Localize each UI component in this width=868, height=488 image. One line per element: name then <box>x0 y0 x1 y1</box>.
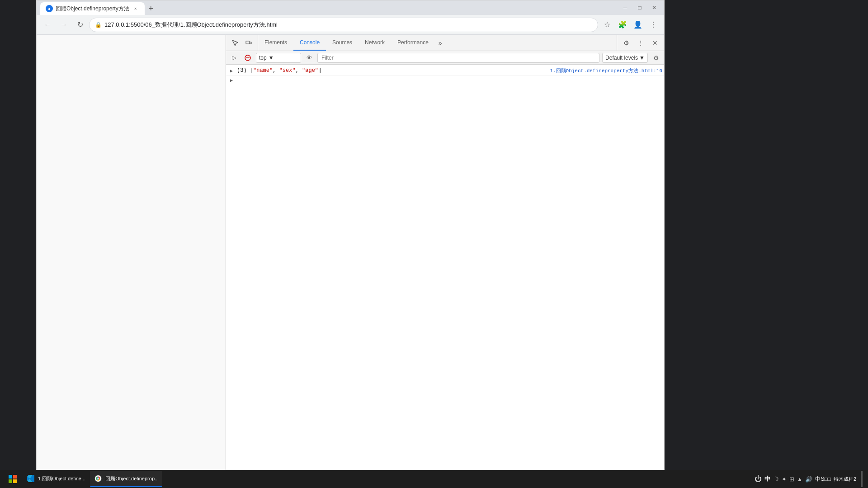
expand-arrow[interactable]: ▶ <box>228 67 235 74</box>
vscode-icon <box>26 474 35 483</box>
tab-title: 回顾Object.defineproperty方法 <box>56 5 129 13</box>
navigation-bar: ← → ↻ 🔒 127.0.0.1:5500/06_数据代理/1.回顾Objec… <box>37 15 664 35</box>
devtools-more-button[interactable]: ⋮ <box>634 37 647 49</box>
forward-button[interactable]: → <box>57 18 71 32</box>
address-bar[interactable]: 🔒 127.0.0.1:5500/06_数据代理/1.回顾Object.defi… <box>89 18 598 32</box>
console-toolbar: ▷ top ▼ 👁 Default levels ▼ <box>226 51 664 65</box>
tab-close-button[interactable]: × <box>132 5 139 12</box>
more-tabs-button[interactable]: » <box>435 35 446 51</box>
array-item-2: "sex" <box>279 67 296 74</box>
tray-icons-group: ⏻ 中 ☽ ✦ ⊞ ▲ 🔊 <box>755 475 813 483</box>
tab-network[interactable]: Network <box>359 35 391 51</box>
array-item-1: "name" <box>253 67 273 74</box>
tab-bar: ● 回顾Object.defineproperty方法 × + <box>40 0 157 15</box>
lang-label: 中S□□ <box>815 476 831 482</box>
svg-rect-6 <box>9 479 12 483</box>
lock-icon: 🔒 <box>95 22 102 28</box>
svg-rect-7 <box>13 479 17 483</box>
window-controls: ─ □ ✕ <box>619 1 660 14</box>
context-selector[interactable]: top ▼ <box>256 53 301 63</box>
url-text: 127.0.0.1:5500/06_数据代理/1.回顾Object.define… <box>104 21 592 29</box>
chrome-label: 回顾Object.defineprop... <box>105 475 159 482</box>
profile-button[interactable]: 👤 <box>631 18 645 32</box>
svg-rect-0 <box>246 41 250 44</box>
taskbar-item-vscode[interactable]: 1.回顾Object.define... <box>23 471 89 487</box>
volume-tray-icon[interactable]: 🔊 <box>805 476 812 483</box>
title-bar: ● 回顾Object.defineproperty方法 × + ─ □ ✕ <box>37 0 664 15</box>
content-area: Elements Console Sources Network Perform… <box>37 35 664 488</box>
source-link[interactable]: 1.回顾Object.defineproperty方法.html:19 <box>550 67 662 74</box>
chinese-input-icon[interactable]: 中 <box>764 475 770 483</box>
show-desktop-button[interactable] <box>861 471 863 487</box>
ime-label: 特木成桂2 <box>834 476 856 483</box>
browser-window: ● 回顾Object.defineproperty方法 × + ─ □ ✕ ← … <box>36 0 665 488</box>
live-expressions-button[interactable]: 👁 <box>304 52 315 63</box>
console-execute-button[interactable]: ▷ <box>229 52 240 63</box>
device-toggle-button[interactable] <box>242 37 255 49</box>
context-arrow-icon: ▼ <box>269 55 274 61</box>
up-arrow-tray-icon[interactable]: ▲ <box>797 476 803 483</box>
comma-2: , <box>296 67 302 74</box>
bookmark-button[interactable]: ☆ <box>600 18 614 32</box>
power-tray-icon[interactable]: ⏻ <box>755 475 762 483</box>
reload-button[interactable]: ↻ <box>73 18 87 32</box>
console-settings-button[interactable]: ⚙ <box>651 52 661 63</box>
moon-tray-icon[interactable]: ☽ <box>773 475 779 483</box>
maximize-button[interactable]: □ <box>633 1 646 14</box>
taskbar: 1.回顾Object.define... 回顾Object.defineprop… <box>0 470 868 488</box>
console-filter-input[interactable] <box>317 53 599 63</box>
tab-elements[interactable]: Elements <box>258 35 293 51</box>
array-item-3: "age" <box>302 67 318 74</box>
close-bracket: ] <box>318 67 321 74</box>
svg-rect-5 <box>13 475 17 479</box>
extensions-button[interactable]: 🧩 <box>615 18 630 32</box>
log-level-selector[interactable]: Default levels ▼ <box>602 53 648 63</box>
console-output: ▶ (3) [ "name" , "sex" , "age" ] 1.回顾Obj… <box>226 65 664 488</box>
tab-sources[interactable]: Sources <box>326 35 359 51</box>
array-count: (3) <box>237 67 250 74</box>
tab-performance[interactable]: Performance <box>391 35 435 51</box>
taskbar-item-chrome[interactable]: 回顾Object.defineprop... <box>90 471 162 487</box>
devtools-panel: Elements Console Sources Network Perform… <box>226 35 664 488</box>
input-arrow: ▶ <box>228 77 235 83</box>
devtools-right-icons: ⚙ ⋮ ✕ <box>617 35 664 51</box>
menu-button[interactable]: ⋮ <box>646 18 660 32</box>
level-arrow-icon: ▼ <box>639 55 645 61</box>
star-tray-icon[interactable]: ✦ <box>782 476 787 483</box>
grid-tray-icon[interactable]: ⊞ <box>789 476 794 483</box>
minimize-button[interactable]: ─ <box>619 1 632 14</box>
svg-point-10 <box>98 478 99 479</box>
open-bracket: [ <box>250 67 253 74</box>
console-log-content: (3) [ "name" , "sex" , "age" ] 1.回顾Objec… <box>237 67 662 74</box>
svg-rect-1 <box>250 42 251 44</box>
tab-console[interactable]: Console <box>293 35 326 51</box>
comma-1: , <box>273 67 279 74</box>
back-button[interactable]: ← <box>40 18 55 32</box>
vscode-label: 1.回顾Object.define... <box>38 475 85 482</box>
devtools-close-button[interactable]: ✕ <box>649 37 661 49</box>
inspector-icon-button[interactable] <box>229 37 241 49</box>
console-log-entry: ▶ (3) [ "name" , "sex" , "age" ] 1.回顾Obj… <box>226 66 664 75</box>
tab-favicon: ● <box>46 5 53 12</box>
devtools-tabs: Elements Console Sources Network Perform… <box>258 35 617 51</box>
chrome-icon <box>94 474 103 483</box>
page-content <box>37 35 226 488</box>
nav-right-buttons: ☆ 🧩 👤 ⋮ <box>600 18 660 32</box>
new-tab-button[interactable]: + <box>145 2 157 15</box>
close-button[interactable]: ✕ <box>648 1 660 14</box>
console-input-row: ▶ <box>226 75 664 84</box>
devtools-settings-button[interactable]: ⚙ <box>620 37 632 49</box>
level-label: Default levels <box>605 55 638 61</box>
start-button[interactable] <box>4 470 22 488</box>
console-clear-button[interactable] <box>242 52 253 63</box>
lang-input-display[interactable]: 中S□□ <box>815 476 831 482</box>
svg-rect-4 <box>9 475 12 479</box>
browser-tab-active[interactable]: ● 回顾Object.defineproperty方法 × <box>40 2 145 15</box>
devtools-toolbar: Elements Console Sources Network Perform… <box>226 35 664 51</box>
context-label: top <box>259 55 267 61</box>
devtools-icon-group <box>226 35 258 51</box>
